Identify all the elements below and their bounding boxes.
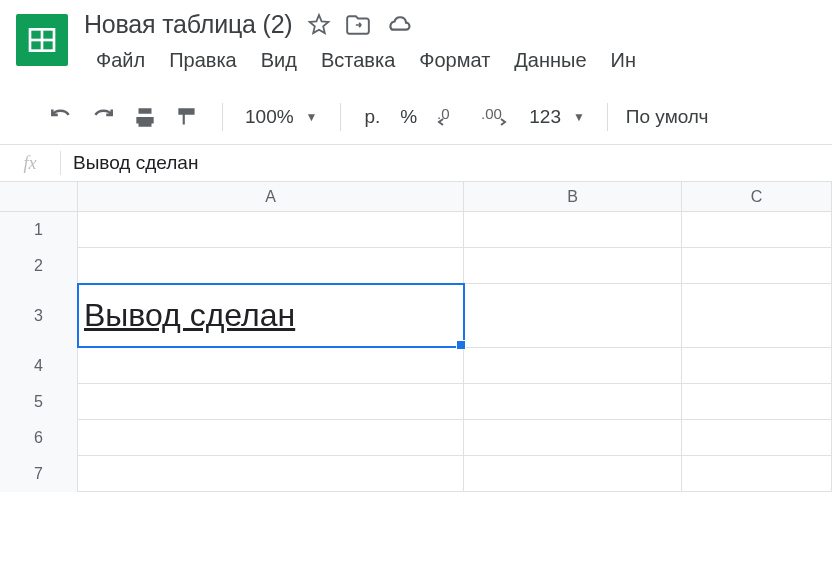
menu-insert[interactable]: Вставка	[309, 45, 407, 76]
cell-c7[interactable]	[682, 456, 832, 491]
decrease-decimal-button[interactable]: .0	[431, 101, 467, 133]
column-headers: A B C	[0, 182, 832, 212]
cell-a2[interactable]	[78, 248, 464, 283]
row-3: 3 Вывод сделан	[0, 284, 832, 348]
row-header-1[interactable]: 1	[0, 212, 78, 248]
sheets-icon	[26, 24, 58, 56]
svg-text:.00: .00	[481, 105, 502, 122]
spreadsheet-grid: A B C 1 2 3 Вывод сделан 4 5 6 7	[0, 182, 832, 492]
separator	[222, 103, 223, 131]
cell-b7[interactable]	[464, 456, 682, 491]
doc-title[interactable]: Новая таблица (2)	[84, 10, 293, 39]
increase-decimal-button[interactable]: .00	[475, 101, 517, 133]
header: Новая таблица (2) Файл Правка Вид Вставк…	[0, 0, 832, 76]
menu-view[interactable]: Вид	[249, 45, 309, 76]
sheets-logo[interactable]	[16, 14, 68, 66]
numformat-label: 123	[529, 106, 561, 128]
chevron-down-icon: ▼	[306, 110, 318, 124]
title-row: Новая таблица (2)	[84, 10, 832, 39]
row-1: 1	[0, 212, 832, 248]
cell-b5[interactable]	[464, 384, 682, 419]
menu-file[interactable]: Файл	[84, 45, 157, 76]
row-2: 2	[0, 248, 832, 284]
menu-more[interactable]: Ин	[599, 45, 648, 76]
zoom-dropdown[interactable]: 100%▼	[241, 106, 322, 128]
col-header-b[interactable]: B	[464, 182, 682, 211]
menu-data[interactable]: Данные	[502, 45, 598, 76]
zoom-value: 100%	[245, 106, 294, 128]
fx-label[interactable]: fx	[0, 153, 60, 174]
cell-c5[interactable]	[682, 384, 832, 419]
row-4: 4	[0, 348, 832, 384]
formula-input[interactable]	[61, 152, 832, 174]
menu-edit[interactable]: Правка	[157, 45, 249, 76]
row-header-2[interactable]: 2	[0, 248, 78, 284]
cell-b6[interactable]	[464, 420, 682, 455]
cell-c1[interactable]	[682, 212, 832, 247]
cell-b3[interactable]	[464, 284, 682, 347]
cell-c4[interactable]	[682, 348, 832, 383]
cell-a5[interactable]	[78, 384, 464, 419]
cell-c3[interactable]	[682, 284, 832, 347]
formula-bar: fx	[0, 144, 832, 182]
separator	[340, 103, 341, 131]
cell-a7[interactable]	[78, 456, 464, 491]
redo-button[interactable]	[86, 100, 120, 134]
cell-a4[interactable]	[78, 348, 464, 383]
menu-bar: Файл Правка Вид Вставка Формат Данные Ин	[84, 45, 832, 76]
row-5: 5	[0, 384, 832, 420]
col-header-a[interactable]: A	[78, 182, 464, 211]
chevron-down-icon: ▼	[573, 110, 585, 124]
star-icon[interactable]	[307, 13, 331, 37]
separator	[607, 103, 608, 131]
currency-button[interactable]: р.	[359, 106, 387, 128]
cell-c2[interactable]	[682, 248, 832, 283]
cell-b4[interactable]	[464, 348, 682, 383]
row-header-3[interactable]: 3	[0, 284, 78, 348]
menu-format[interactable]: Формат	[407, 45, 502, 76]
select-all-corner[interactable]	[0, 182, 78, 211]
paint-format-button[interactable]	[170, 100, 204, 134]
toolbar: 100%▼ р. % .0 .00 123▼ По умолч	[0, 76, 832, 144]
title-area: Новая таблица (2) Файл Правка Вид Вставк…	[84, 10, 832, 76]
font-dropdown[interactable]: По умолч	[626, 106, 709, 128]
print-button[interactable]	[128, 100, 162, 134]
cell-b1[interactable]	[464, 212, 682, 247]
cell-b2[interactable]	[464, 248, 682, 283]
cell-a1[interactable]	[78, 212, 464, 247]
row-7: 7	[0, 456, 832, 492]
cell-a3-text: Вывод сделан	[84, 297, 295, 334]
percent-button[interactable]: %	[394, 106, 423, 128]
cloud-status-icon[interactable]	[385, 11, 413, 39]
cell-c6[interactable]	[682, 420, 832, 455]
row-header-4[interactable]: 4	[0, 348, 78, 384]
undo-button[interactable]	[44, 100, 78, 134]
row-6: 6	[0, 420, 832, 456]
row-header-5[interactable]: 5	[0, 384, 78, 420]
row-header-6[interactable]: 6	[0, 420, 78, 456]
move-folder-icon[interactable]	[345, 12, 371, 38]
col-header-c[interactable]: C	[682, 182, 832, 211]
row-header-7[interactable]: 7	[0, 456, 78, 492]
cell-a6[interactable]	[78, 420, 464, 455]
cell-a3[interactable]: Вывод сделан	[78, 284, 464, 347]
number-format-dropdown[interactable]: 123▼	[525, 106, 589, 128]
